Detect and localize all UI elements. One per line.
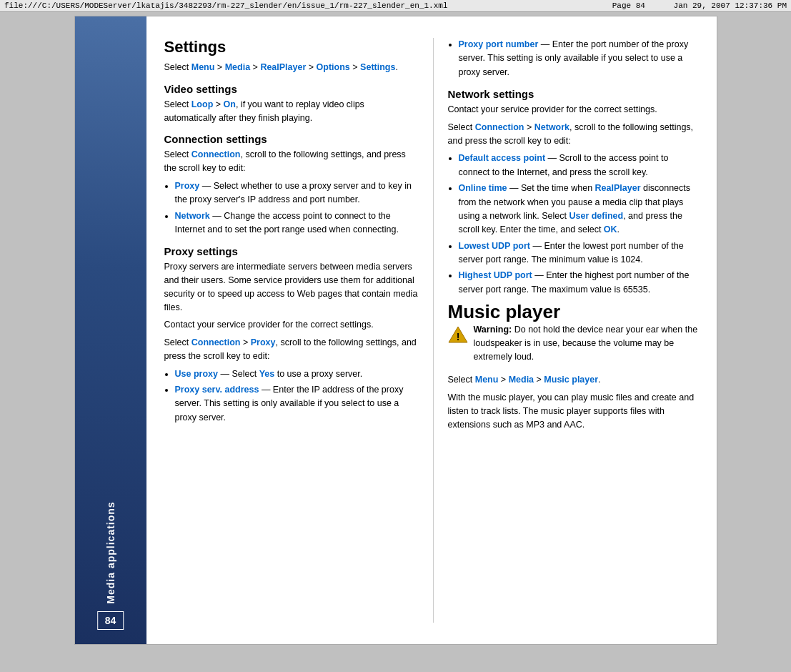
- sidebar-label: Media applications: [105, 501, 116, 603]
- nav-media-link[interactable]: Media: [225, 62, 250, 72]
- loop-link[interactable]: Loop: [191, 99, 214, 109]
- settings-title: Settings: [164, 38, 419, 56]
- network-link[interactable]: Network: [175, 211, 210, 221]
- connection-settings-title: Connection settings: [164, 133, 419, 145]
- ok-link[interactable]: OK: [604, 224, 617, 234]
- music-menu-link[interactable]: Menu: [475, 375, 499, 385]
- proxy-port-link[interactable]: Proxy port number: [459, 39, 539, 49]
- proxy-address-link[interactable]: Proxy serv. address: [175, 385, 259, 395]
- svg-text:!: !: [456, 331, 459, 342]
- page-wrapper: Media applications 84 Settings Select Me…: [74, 16, 717, 645]
- proxy-select-desc: Select Connection > Proxy, scroll to the…: [164, 336, 419, 363]
- bullet-lowest-udp: Lowest UDP port — Enter the lowest port …: [459, 239, 702, 267]
- network-contact: Contact your service provider for the co…: [448, 103, 702, 117]
- warning-box: ! Warning: Do not hold the device near y…: [448, 323, 702, 367]
- nav-realplayer-link[interactable]: RealPlayer: [260, 62, 306, 72]
- music-select-desc: Select Menu > Media > Music player.: [448, 373, 702, 387]
- online-time-link[interactable]: Online time: [459, 183, 507, 193]
- bullet-network: Network — Change the access point to con…: [175, 209, 419, 237]
- proxy-bullets: Use proxy — Select Yes to use a proxy se…: [175, 367, 419, 425]
- realplayer-link[interactable]: RealPlayer: [595, 183, 641, 193]
- use-proxy-link[interactable]: Use proxy: [175, 369, 218, 379]
- music-desc: With the music player, you can play musi…: [448, 391, 702, 431]
- music-media-link[interactable]: Media: [509, 375, 534, 385]
- proxy-port-bullets: Proxy port number — Enter the port numbe…: [459, 38, 702, 79]
- user-defined-link[interactable]: User defined: [569, 211, 623, 221]
- proxy-contact-text: Contact your service provider for the co…: [164, 318, 419, 332]
- default-access-link[interactable]: Default access point: [459, 153, 546, 163]
- network-settings-title: Network settings: [448, 88, 702, 100]
- file-path: file:///C:/USERS/MODEServer/lkatajis/348…: [4, 1, 448, 10]
- sidebar: Media applications 84: [75, 16, 146, 644]
- music-player-link[interactable]: Music player: [544, 375, 598, 385]
- bullet-proxy-address: Proxy serv. address — Enter the IP addre…: [175, 383, 419, 425]
- video-settings-desc: Select Loop > On, if you want to replay …: [164, 98, 419, 125]
- yes-link[interactable]: Yes: [259, 369, 275, 379]
- bullet-proxy-port: Proxy port number — Enter the port numbe…: [459, 38, 702, 79]
- right-column: Proxy port number — Enter the port numbe…: [434, 38, 717, 623]
- proxy-settings-title: Proxy settings: [164, 245, 419, 257]
- network-select-desc: Select Connection > Network, scroll to t…: [448, 121, 702, 148]
- bullet-use-proxy: Use proxy — Select Yes to use a proxy se…: [175, 367, 419, 381]
- bullet-highest-udp: Highest UDP port — Enter the highest por…: [459, 269, 702, 297]
- connection-bullets: Proxy — Select whether to use a proxy se…: [175, 179, 419, 237]
- left-column: Settings Select Menu > Media > RealPlaye…: [146, 38, 434, 623]
- bullet-proxy: Proxy — Select whether to use a proxy se…: [175, 179, 419, 207]
- settings-nav: Select Menu > Media > RealPlayer > Optio…: [164, 61, 419, 74]
- page-number: 84: [97, 611, 124, 630]
- proxy-link[interactable]: Proxy: [175, 181, 200, 191]
- video-settings-title: Video settings: [164, 83, 419, 95]
- connection-settings-desc: Select Connection, scroll to the followi…: [164, 148, 419, 175]
- browser-bar: file:///C:/USERS/MODEServer/lkatajis/348…: [0, 0, 791, 12]
- network-bullets: Default access point — Scroll to the acc…: [459, 152, 702, 297]
- bullet-online-time: Online time — Set the time when RealPlay…: [459, 182, 702, 237]
- warning-text: Warning: Do not hold the device near you…: [474, 323, 702, 363]
- connection-link[interactable]: Connection: [191, 149, 241, 159]
- warning-icon: !: [448, 325, 468, 345]
- on-link[interactable]: On: [224, 99, 236, 109]
- nav-settings-link[interactable]: Settings: [360, 62, 395, 72]
- proxy-connection-link[interactable]: Connection: [191, 337, 241, 347]
- music-player-title: Music player: [448, 301, 702, 323]
- main-content: Settings Select Menu > Media > RealPlaye…: [146, 16, 717, 644]
- proxy-proxy-link[interactable]: Proxy: [251, 337, 276, 347]
- nav-options-link[interactable]: Options: [317, 62, 350, 72]
- highest-udp-link[interactable]: Highest UDP port: [459, 270, 532, 280]
- page-info-bar: Page 84 Jan 29, 2007 12:37:36 PM: [612, 1, 787, 10]
- net-connection-link[interactable]: Connection: [475, 122, 524, 132]
- bullet-default-access: Default access point — Scroll to the acc…: [459, 152, 702, 179]
- proxy-intro-text: Proxy servers are intermediate servers b…: [164, 260, 419, 314]
- nav-menu-link[interactable]: Menu: [191, 62, 215, 72]
- lowest-udp-link[interactable]: Lowest UDP port: [459, 241, 530, 251]
- net-network-link[interactable]: Network: [534, 122, 569, 132]
